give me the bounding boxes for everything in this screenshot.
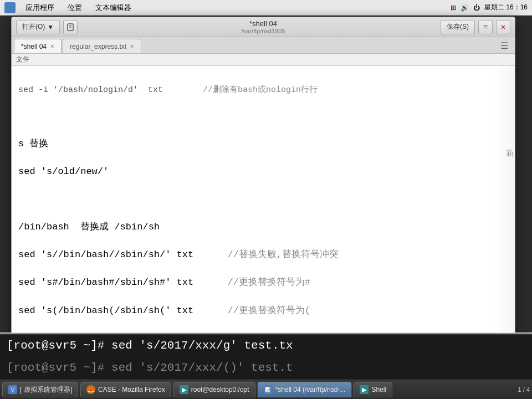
menu-right: ⊞ 🔊 ⏻ 星期二 16：16 (451, 3, 528, 12)
code-line-1: sed -i '/bash/nologin/d' txt //删除有bash或n… (18, 84, 508, 96)
tab-regular-express-close[interactable]: ✕ (130, 43, 134, 49)
volume-icon: 🔊 (461, 4, 469, 12)
tab-menu-icon[interactable]: ☰ (496, 39, 513, 53)
shell-label: Shell (371, 386, 386, 393)
terminal-label: root@desktop0:/opt (191, 386, 249, 393)
menu-apps[interactable]: 应用程序 (22, 2, 58, 14)
tab-bar: *shell 04 ✕ regular_express.txt ✕ ☰ (12, 37, 515, 54)
tab-regular-express[interactable]: regular_express.txt ✕ (63, 39, 141, 53)
menu-button[interactable]: ≡ (478, 20, 493, 34)
firefox-icon: 🦊 (86, 385, 95, 394)
tab-shell04-label: *shell 04 (21, 43, 47, 50)
taskbar: V [ 虚拟系统管理器] 🦊 CASE - Mozilla Firefox ▶ … (0, 380, 532, 399)
clock: 星期二 16：16 (484, 3, 528, 12)
open-label: 打开(O) (22, 22, 45, 32)
terminal-line-1: [root@svr5 ~]# sed 's/2017/xxx/g' test.t… (0, 332, 532, 357)
window-title: *shell 04 /var/ftp/nsd1905 (242, 19, 285, 34)
taskbar-item-shell[interactable]: ▶ Shell (354, 382, 392, 397)
virt-label: [ 虚拟系统管理器] (20, 385, 72, 395)
code-line-sed-basic: sed 's/old/new/' (18, 165, 508, 179)
taskbar-item-shell04[interactable]: 📝 *shell 04 (/var/ftp/nsd-... (258, 382, 352, 397)
taskbar-item-terminal[interactable]: ▶ root@desktop0:/opt (173, 382, 255, 397)
open-dropdown-arrow[interactable]: ▼ (47, 23, 54, 31)
taskbar-item-firefox[interactable]: 🦊 CASE - Mozilla Firefox (80, 382, 171, 397)
menu-bar: 应用程序 位置 文本编辑器 ⊞ 🔊 ⏻ 星期二 16：16 (0, 0, 532, 16)
overflow-label: 新 (506, 70, 514, 186)
menu-editor[interactable]: 文本编辑器 (92, 2, 135, 14)
terminal-line-1-text: [root@svr5 ~]# sed 's/2017/xxx/g' test.t… (7, 339, 293, 352)
terminal-line-2: [root@svr5 ~]# sed 's/2017/xxx/()' test.… (0, 357, 532, 379)
tab-shell04[interactable]: *shell 04 ✕ (14, 39, 62, 53)
shell-icon: ▶ (360, 385, 369, 394)
save-button[interactable]: 保存(S) (441, 20, 475, 34)
tab-regular-express-label: regular_express.txt (70, 43, 126, 50)
taskbar-item-virt[interactable]: V [ 虚拟系统管理器] (2, 382, 78, 397)
firefox-label: CASE - Mozilla Firefox (98, 386, 165, 393)
code-line-sed-paren: sed 's(/bin/bash(/sbin/sh(' txt //更换替换符号… (18, 304, 508, 318)
window-controls: 保存(S) ≡ ✕ (441, 20, 510, 34)
editor-content[interactable]: sed -i '/bash/nologin/d' txt //删除有bash或n… (12, 66, 515, 354)
code-line-sed-hash: sed 's#/bin/bash#/sbin/sh#' txt //更换替换符号… (18, 275, 508, 290)
code-line-blank1 (18, 110, 508, 124)
editor-window: 打开(O) ▼ *shell 04 /var/ftp/nsd1905 保存(S)… (11, 17, 515, 369)
file-menu-label[interactable]: 文件 (16, 55, 29, 64)
close-button[interactable]: ✕ (496, 20, 510, 34)
toolbar-left: 打开(O) ▼ (16, 20, 78, 34)
virt-icon: V (8, 385, 17, 394)
code-line-sed-slash: sed 's//bin/bash//sbin/sh/' txt //替换失败,替… (18, 248, 508, 262)
shell04-label: *shell 04 (/var/ftp/nsd-... (275, 386, 346, 393)
taskbar-pageinfo: 1 / 4 (518, 386, 530, 393)
open-button[interactable]: 打开(O) ▼ (16, 20, 60, 34)
power-icon: ⏻ (473, 4, 480, 12)
text-area[interactable]: sed -i '/bash/nologin/d' txt //删除有bash或n… (12, 66, 515, 354)
network-icon: ⊞ (451, 4, 456, 12)
menu-location[interactable]: 位置 (64, 2, 85, 14)
file-menu-bar: 文件 (12, 54, 515, 66)
app-icon (4, 2, 16, 13)
code-line-s-header: s 替换 (18, 137, 508, 151)
terminal-icon: ▶ (180, 385, 188, 394)
bookmark-button[interactable] (63, 20, 78, 34)
terminal-line-2-text: [root@svr5 ~]# sed 's/2017/xxx/()' test.… (7, 361, 293, 374)
code-line-comment-replace: /bin/bash 替换成 /sbin/sh (18, 220, 508, 234)
title-bar: 打开(O) ▼ *shell 04 /var/ftp/nsd1905 保存(S)… (12, 17, 515, 37)
shell04-icon: 📝 (264, 385, 273, 394)
code-line-blank2 (18, 193, 508, 207)
tab-shell04-close[interactable]: ✕ (50, 43, 54, 49)
